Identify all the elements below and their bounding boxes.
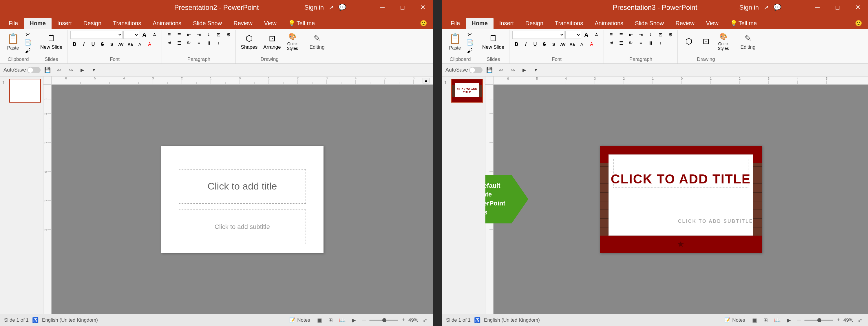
maximize-button-left[interactable]: □	[393, 0, 413, 15]
slide-template-subtitle-right[interactable]: CLICK TO ADD SUBTITLE	[600, 219, 762, 224]
columns-button-right[interactable]: ⫼	[646, 39, 655, 47]
justify-button-right[interactable]: ≡	[636, 39, 646, 47]
redo-button-left[interactable]: ↪	[66, 65, 75, 75]
editing-button-left[interactable]: ✎ Editing	[306, 31, 328, 53]
collapse-ribbon-button-left[interactable]: ▲	[423, 78, 430, 84]
format-painter-button-right[interactable]: 🖌	[465, 47, 474, 55]
minimize-button-right[interactable]: ─	[807, 0, 828, 15]
align-text-button-right[interactable]: ⊡	[656, 31, 665, 38]
bold-button-left[interactable]: B	[70, 40, 79, 48]
strikethrough-button-left[interactable]: S	[98, 40, 107, 48]
title-placeholder-left[interactable]: Click to add title	[179, 169, 306, 204]
signin-link-right[interactable]: Sign in	[739, 4, 759, 11]
maximize-button-right[interactable]: □	[828, 0, 848, 15]
shapes-button-right[interactable]: ⬡	[681, 31, 697, 53]
align-left-button-right[interactable]: ⫷	[607, 39, 616, 47]
italic-button-right[interactable]: I	[522, 40, 530, 48]
tab-insert-right[interactable]: Insert	[494, 18, 520, 29]
slide-main-right[interactable]: CLICK TO ADD TITLE CLICK TO ADD SUBTITLE…	[600, 146, 762, 253]
tab-insert-left[interactable]: Insert	[52, 18, 78, 29]
change-case-button-left[interactable]: Aa	[126, 40, 135, 48]
format-painter-button-left[interactable]: 🖌	[23, 47, 32, 55]
close-button-right[interactable]: ✕	[848, 0, 868, 15]
close-button-left[interactable]: ✕	[413, 0, 433, 15]
slide-sorter-button-right[interactable]: ⊞	[762, 317, 770, 324]
align-right-button-right[interactable]: ⫸	[626, 39, 636, 47]
decrease-indent-button-right[interactable]: ⇤	[626, 31, 636, 38]
more-qa-button-left[interactable]: ▾	[89, 65, 98, 75]
char-spacing-button-right[interactable]: AV	[559, 40, 567, 48]
increase-indent-button-left[interactable]: ⇥	[194, 31, 204, 38]
tab-review-right[interactable]: Review	[670, 18, 700, 29]
cut-button-right[interactable]: ✂	[465, 31, 474, 38]
strikethrough-button-right[interactable]: S	[540, 40, 549, 48]
slide-template-title-right[interactable]: CLICK TO ADD TITLE	[600, 172, 762, 186]
increase-indent-button-right[interactable]: ⇥	[636, 31, 646, 38]
font-size-select-left[interactable]	[123, 31, 139, 39]
more-qa-button-right[interactable]: ▾	[531, 65, 540, 75]
tab-file-left[interactable]: File	[3, 18, 24, 29]
normal-view-button-left[interactable]: ▣	[315, 317, 324, 324]
align-left-button-left[interactable]: ⫷	[165, 39, 174, 47]
tab-design-left[interactable]: Design	[78, 18, 107, 29]
font-name-select-right[interactable]	[513, 31, 564, 39]
comment-icon-right[interactable]: 💬	[773, 4, 781, 11]
copy-button-right[interactable]: 📑	[465, 39, 474, 47]
smiley-icon-right[interactable]: 🙂	[849, 18, 868, 29]
tab-file-right[interactable]: File	[445, 18, 466, 29]
new-slide-button-left[interactable]: 🗒 New Slide	[38, 31, 65, 53]
tab-review-left[interactable]: Review	[228, 18, 258, 29]
font-color-button-left[interactable]: A	[145, 40, 154, 48]
line-spacing-button-left[interactable]: ↕	[214, 39, 223, 47]
arrange-button-left[interactable]: ⊡ Arrange	[261, 31, 283, 53]
zoom-track-right[interactable]	[804, 320, 833, 321]
arrange-button-right[interactable]: ⊡	[698, 31, 714, 53]
accessible-icon-right[interactable]: ♿	[474, 317, 480, 323]
editing-button-right[interactable]: ✎ Editing	[737, 31, 759, 53]
tab-animations-right[interactable]: Animations	[589, 18, 629, 29]
line-spacing-button-right[interactable]: ↕	[656, 39, 665, 47]
tab-slideshow-left[interactable]: Slide Show	[187, 18, 228, 29]
clear-format-button-right[interactable]: A	[577, 40, 587, 48]
tab-design-right[interactable]: Design	[520, 18, 549, 29]
text-direction-button-right[interactable]: ↕	[646, 31, 655, 38]
slide-thumbnail-1-left[interactable]	[9, 79, 41, 102]
paste-button-left[interactable]: 📋 Paste	[4, 31, 22, 53]
slide-thumbnail-1-right[interactable]: CLICK TO ADD TITLE	[451, 79, 483, 102]
save-button-qa-right[interactable]: 💾	[485, 65, 494, 75]
reading-view-button-left[interactable]: 📖	[337, 317, 347, 324]
decrease-font-button-left[interactable]: A	[150, 31, 159, 38]
notes-button-right[interactable]: 📝 Notes	[722, 317, 747, 324]
tab-transitions-right[interactable]: Transitions	[549, 18, 589, 29]
tab-home-right[interactable]: Home	[466, 18, 494, 29]
char-spacing-button-left[interactable]: AV	[117, 40, 125, 48]
fit-slide-button-right[interactable]: ⤢	[856, 317, 864, 324]
new-slide-button-right[interactable]: 🗒 New Slide	[480, 31, 507, 53]
underline-button-left[interactable]: U	[89, 40, 98, 48]
numbering-button-right[interactable]: ≣	[617, 31, 626, 38]
comment-icon-left[interactable]: 💬	[338, 4, 346, 11]
bullets-button-left[interactable]: ≡	[165, 31, 174, 38]
tab-tellme-right[interactable]: 💡 Tell me	[724, 18, 763, 29]
share-icon-right[interactable]: ↗	[764, 4, 769, 11]
numbering-button-left[interactable]: ≣	[175, 31, 184, 38]
increase-font-button-right[interactable]: A	[582, 31, 591, 38]
underline-button-right[interactable]: U	[531, 40, 539, 48]
copy-button-left[interactable]: 📑	[23, 39, 32, 47]
zoom-out-button-left[interactable]: ─	[361, 317, 368, 324]
columns-button-left[interactable]: ⫼	[204, 39, 213, 47]
accessible-icon-left[interactable]: ♿	[32, 317, 38, 323]
minimize-button-left[interactable]: ─	[372, 0, 393, 15]
quick-styles-button-right[interactable]: 🎨 QuickStyles	[715, 31, 732, 53]
shadow-button-right[interactable]: S	[550, 40, 558, 48]
smiley-icon-left[interactable]: 🙂	[414, 18, 433, 29]
fit-slide-button-left[interactable]: ⤢	[421, 317, 429, 324]
zoom-track-left[interactable]	[369, 320, 398, 321]
signin-link-left[interactable]: Sign in	[304, 4, 324, 11]
change-case-button-right[interactable]: Aa	[568, 40, 577, 48]
undo-button-right[interactable]: ↩	[496, 65, 506, 75]
present-button-left[interactable]: ▶	[78, 65, 87, 75]
align-text-button-left[interactable]: ⊡	[214, 31, 223, 38]
shadow-button-left[interactable]: S	[107, 40, 116, 48]
slide-main-left[interactable]: Click to add title Click to add subtitle	[161, 146, 323, 253]
